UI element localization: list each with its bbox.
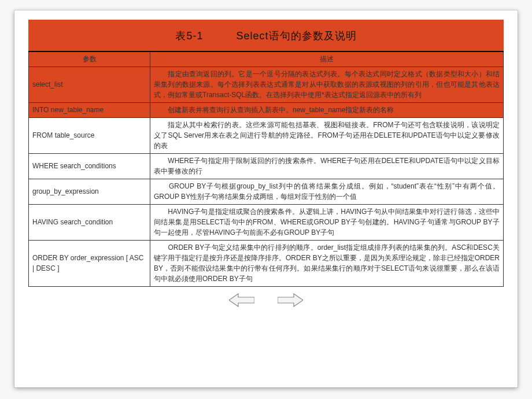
next-arrow-icon[interactable] <box>278 293 303 310</box>
header-desc: 描述 <box>150 51 504 67</box>
desc-cell: WHERE子句指定用于限制返回的行的搜索条件。WHERE子句还用在DELETE和… <box>150 154 504 179</box>
table-row: INTO new_table_name 创建新表并将查询行从查询插入新表中。ne… <box>29 103 504 118</box>
desc-cell: ORDER BY子句定义结果集中的行排列的顺序。order_list指定组成排序… <box>150 241 504 287</box>
table-row: group_by_expression GROUP BY子句根据group_by… <box>29 179 504 205</box>
desc-cell: 指定从其中检索行的表。这些来源可能包括基表、视图和链接表。FROM子句还可包含联… <box>150 118 504 154</box>
param-cell: WHERE search_conditions <box>29 154 150 179</box>
desc-cell: HAVING子句是指定组或聚合的搜索条件。从逻辑上讲，HAVING子句从中间结果… <box>150 205 504 241</box>
slide: 表5-1 Select语句的参数及说明 参数 描述 select_list 指定… <box>14 10 518 387</box>
nav-arrows <box>28 293 504 310</box>
table-row: HAVING search_condition HAVING子句是指定组或聚合的… <box>29 205 504 241</box>
prev-arrow-icon[interactable] <box>229 293 254 310</box>
header-param: 参数 <box>29 51 150 67</box>
param-cell: ORDER BY order_expression [ ASC | DESC ] <box>29 241 150 287</box>
desc-cell: 创建新表并将查询行从查询插入新表中。new_table_name指定新表的名称 <box>150 103 504 118</box>
table-row: select_list 指定由查询返回的列。它是一个逗号分隔的表达式列表。每个表… <box>29 67 504 103</box>
desc-cell: 指定由查询返回的列。它是一个逗号分隔的表达式列表。每个表达式同时定义格式（数据类… <box>150 67 504 103</box>
table-row: WHERE search_conditions WHERE子句指定用于限制返回的… <box>29 154 504 179</box>
param-cell: HAVING search_condition <box>29 205 150 241</box>
param-cell: INTO new_table_name <box>29 103 150 118</box>
desc-cell: GROUP BY子句根据group_by_list列中的值将结果集分成组。例如，… <box>150 179 504 205</box>
param-cell: FROM table_source <box>29 118 150 154</box>
table-row: FROM table_source 指定从其中检索行的表。这些来源可能包括基表、… <box>29 118 504 154</box>
table-row: ORDER BY order_expression [ ASC | DESC ]… <box>29 241 504 287</box>
param-cell: select_list <box>29 67 150 103</box>
table-title: 表5-1 Select语句的参数及说明 <box>28 20 504 51</box>
params-table: 参数 描述 select_list 指定由查询返回的列。它是一个逗号分隔的表达式… <box>28 51 504 287</box>
param-cell: group_by_expression <box>29 179 150 205</box>
